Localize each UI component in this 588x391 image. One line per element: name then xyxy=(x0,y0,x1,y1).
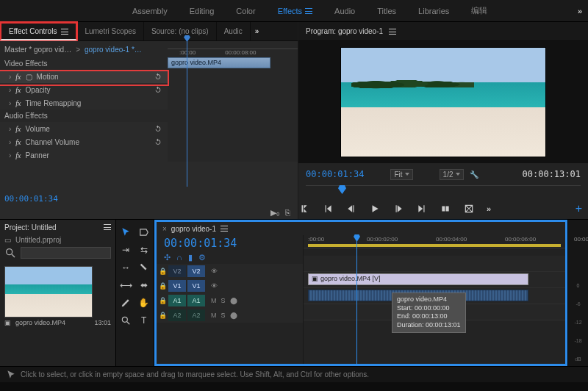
panel-menu-icon[interactable] xyxy=(61,29,68,35)
track-header-v1[interactable]: 🔒 V1 V1 👁 xyxy=(157,279,303,293)
mute-button[interactable]: M xyxy=(211,312,217,319)
effect-motion-row[interactable]: › fx ▢ Motion xyxy=(0,70,168,83)
program-tab[interactable]: Program: gopro video-1 xyxy=(298,22,588,41)
selection-tool-icon[interactable] xyxy=(118,225,133,240)
close-icon[interactable]: × xyxy=(162,225,167,233)
reset-icon[interactable] xyxy=(153,85,163,95)
lock-icon[interactable]: 🔒 xyxy=(157,268,168,275)
resolution-select[interactable]: 1/2 xyxy=(440,169,464,180)
zoom-fit-select[interactable]: Fit xyxy=(390,169,412,180)
track-lane-v1[interactable]: ▣gopro video.MP4 [V] xyxy=(304,272,565,288)
project-tab[interactable]: Project: Untitled xyxy=(0,220,115,234)
panel-menu-icon[interactable] xyxy=(104,224,111,230)
workspace-tab-assembly[interactable]: Assembly xyxy=(132,7,168,15)
track-a1-tgt[interactable]: A1 xyxy=(187,295,205,306)
effect-opacity-row[interactable]: › fx Opacity xyxy=(0,83,168,96)
track-header-v2[interactable]: 🔒 V2 V2 👁 xyxy=(157,264,303,279)
expand-icon[interactable]: › xyxy=(9,125,11,133)
workspace-tab-titles[interactable]: Titles xyxy=(377,7,396,15)
timeline-tab[interactable]: × gopro video-1 xyxy=(157,222,565,235)
effect-timeline[interactable]: ▸ :00:00 00:00:08:00 gopro video.MP4 xyxy=(168,41,298,162)
effect-volume-row[interactable]: › fx Volume xyxy=(0,122,168,135)
workspace-tab-color[interactable]: Color xyxy=(236,7,255,15)
settings-icon[interactable]: 🔧 xyxy=(470,171,478,179)
track-a2-tgt[interactable]: A2 xyxy=(187,309,205,321)
video-clip[interactable]: ▣gopro video.MP4 [V] xyxy=(308,273,528,285)
expand-icon[interactable]: › xyxy=(9,151,11,159)
solo-button[interactable]: S xyxy=(221,312,226,319)
tab-audio-mixer[interactable]: Audic xyxy=(217,22,251,40)
toggle-output-icon[interactable]: 👁 xyxy=(211,268,218,275)
track-v1-src[interactable]: V1 xyxy=(168,280,186,292)
track-a1-src[interactable]: A1 xyxy=(168,295,186,306)
workspace-tab-editing[interactable]: Editing xyxy=(190,7,215,15)
program-viewer[interactable] xyxy=(298,41,588,163)
project-bin[interactable]: ▣ gopro video.MP4 13:01 xyxy=(0,260,115,366)
lock-icon[interactable]: 🔒 xyxy=(157,282,168,290)
track-v2-src[interactable]: V2 xyxy=(168,265,186,277)
button-editor-icon[interactable]: + xyxy=(576,202,582,215)
pen-tool-icon[interactable] xyxy=(118,295,133,310)
ripple-edit-icon[interactable]: ⇥ xyxy=(118,243,133,257)
workspace-tab-effects[interactable]: Effects xyxy=(278,7,312,15)
slip-tool-icon[interactable]: ⟷ xyxy=(118,278,133,293)
track-header-a1[interactable]: 🔒 A1 A1 M S ⬤ xyxy=(157,293,303,308)
rolling-edit-icon[interactable]: ⇆ xyxy=(137,243,151,257)
workspace-tab-libraries[interactable]: Libraries xyxy=(418,7,449,15)
work-area-bar[interactable] xyxy=(308,244,561,247)
overflow-menu-icon[interactable]: » xyxy=(578,7,581,15)
voiceover-icon[interactable]: ⬤ xyxy=(230,297,237,304)
export-frame-icon[interactable] xyxy=(463,203,475,215)
tabs-overflow-icon[interactable]: » xyxy=(251,27,262,35)
clip-thumbnail[interactable] xyxy=(4,266,93,318)
solo-button[interactable]: S xyxy=(221,297,226,304)
effect-channel-volume-row[interactable]: › fx Channel Volume xyxy=(0,135,168,148)
timeline-playhead[interactable] xyxy=(356,235,357,364)
voiceover-icon[interactable]: ⬤ xyxy=(230,312,237,319)
step-back-icon[interactable] xyxy=(345,203,357,215)
program-scrubber[interactable] xyxy=(306,185,581,198)
lock-icon[interactable]: 🔒 xyxy=(157,312,168,319)
loop-icon[interactable]: ▶₀ xyxy=(270,208,279,218)
track-a2-src[interactable]: A2 xyxy=(168,309,186,321)
transport-overflow-icon[interactable]: » xyxy=(487,204,490,213)
timeline-tracks-area[interactable]: :00:00 00:00:02:00 00:00:04:00 00:00:06:… xyxy=(304,235,565,364)
workspace-tab-audio[interactable]: Audio xyxy=(334,7,355,15)
panel-menu-icon[interactable] xyxy=(220,226,228,232)
panel-menu-icon[interactable] xyxy=(389,29,396,35)
lock-icon[interactable]: 🔒 xyxy=(157,297,168,304)
reset-icon[interactable] xyxy=(153,123,163,134)
rate-stretch-icon[interactable]: ↔ xyxy=(118,260,133,275)
razor-tool-icon[interactable] xyxy=(137,260,151,275)
effect-panner-row[interactable]: › fx Panner xyxy=(0,148,168,162)
expand-icon[interactable]: › xyxy=(9,99,11,107)
expand-icon[interactable]: › xyxy=(9,86,11,94)
reset-icon[interactable] xyxy=(153,71,163,82)
project-search-input[interactable] xyxy=(21,247,111,259)
track-select-fwd-icon[interactable] xyxy=(137,225,151,240)
tab-lumetri-scopes[interactable]: Lumetri Scopes xyxy=(77,22,143,40)
timeline-timecode[interactable]: 00:00:01:34 xyxy=(157,235,303,251)
tab-source[interactable]: Source: (no clips) xyxy=(144,22,217,40)
track-lane-v2[interactable] xyxy=(304,256,565,272)
export-frame-icon[interactable]: ⎘ xyxy=(285,208,290,218)
expand-icon[interactable]: › xyxy=(9,138,11,146)
scrubber-playhead[interactable] xyxy=(338,185,346,194)
step-fwd-icon[interactable] xyxy=(392,203,404,215)
workspace-tab-cjk[interactable]: 编辑 xyxy=(471,5,487,16)
goto-out-icon[interactable] xyxy=(416,203,428,215)
clip-link[interactable]: gopro video-1 *… xyxy=(85,46,142,54)
expand-icon[interactable]: › xyxy=(9,73,11,81)
track-v2-tgt[interactable]: V2 xyxy=(187,265,205,277)
settings-icon[interactable]: ⚙ xyxy=(198,253,206,262)
linked-sel-icon[interactable]: ∩ xyxy=(176,253,182,262)
zoom-tool-icon[interactable] xyxy=(118,313,133,328)
hand-tool-icon[interactable]: ✋ xyxy=(137,295,151,310)
type-tool-icon[interactable]: T xyxy=(137,313,151,328)
mark-in-icon[interactable] xyxy=(298,203,310,215)
effect-time-remap-row[interactable]: › fx Time Remapping xyxy=(0,96,168,110)
effect-playhead[interactable] xyxy=(187,40,187,187)
program-current-tc[interactable]: 00:00:01:34 xyxy=(306,169,364,179)
tab-effect-controls[interactable]: Effect Controls xyxy=(0,22,77,40)
snap-icon[interactable]: ✣ xyxy=(164,253,171,262)
